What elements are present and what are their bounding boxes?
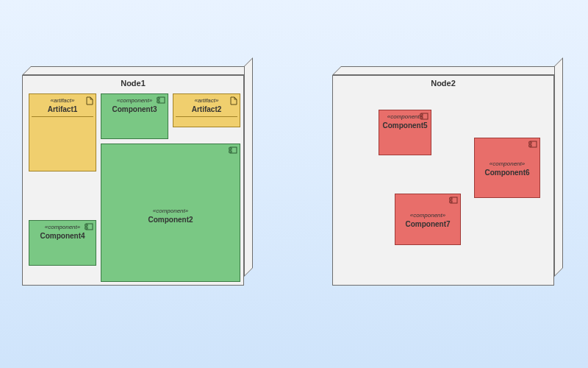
document-icon: [86, 96, 93, 105]
node1-title: Node1: [23, 79, 243, 88]
svg-rect-5: [85, 227, 87, 229]
component3-name: Component3: [101, 105, 168, 113]
component6[interactable]: «component» Component6: [474, 138, 540, 198]
svg-rect-2: [157, 101, 159, 102]
artifact2[interactable]: «artifact» Artifact2: [173, 93, 240, 127]
artifact1[interactable]: «artifact» Artifact1: [29, 93, 96, 171]
component-icon: [528, 141, 537, 148]
svg-rect-17: [449, 201, 452, 202]
svg-rect-4: [85, 224, 87, 226]
component2[interactable]: «component» Component2: [101, 144, 240, 282]
component4[interactable]: «component» Component4: [29, 220, 96, 266]
svg-rect-7: [229, 148, 232, 149]
component2-name: Component2: [101, 216, 240, 224]
component-icon: [85, 223, 93, 230]
svg-rect-16: [449, 198, 452, 199]
component-icon: [449, 197, 458, 204]
svg-rect-1: [157, 98, 159, 99]
document-icon: [230, 96, 237, 105]
component5-name: Component5: [379, 121, 431, 130]
artifact1-name: Artifact1: [29, 105, 96, 113]
component4-name: Component4: [29, 232, 96, 240]
svg-rect-11: [420, 117, 423, 118]
svg-rect-8: [229, 151, 232, 152]
component-icon: [420, 113, 429, 120]
svg-rect-10: [420, 114, 423, 116]
node2-title: Node2: [333, 79, 553, 88]
artifact2-name: Artifact2: [173, 105, 240, 113]
component3[interactable]: «component» Component3: [101, 93, 168, 139]
svg-rect-14: [528, 145, 531, 146]
component5[interactable]: «component» Component5: [379, 110, 431, 155]
component-stereo: «component»: [475, 160, 539, 167]
component7-name: Component7: [395, 220, 460, 228]
component-stereo: «component»: [395, 212, 460, 219]
component-stereo: «component»: [101, 208, 240, 214]
component-icon: [157, 96, 165, 104]
diagram-canvas: Node1 «artifact» Artifact1 «component» C…: [0, 0, 588, 368]
component-icon: [229, 146, 237, 154]
component6-name: Component6: [475, 169, 539, 177]
svg-rect-13: [528, 142, 531, 144]
component7[interactable]: «component» Component7: [395, 194, 461, 245]
